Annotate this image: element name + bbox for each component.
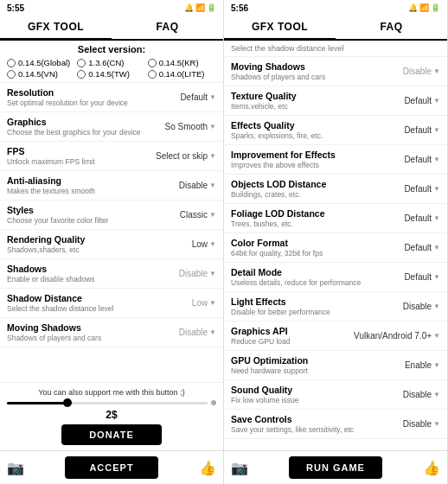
- run-game-button[interactable]: RUN GAME: [289, 456, 382, 479]
- right-setting-left-9: Graphics API Reduce GPU load: [231, 326, 354, 346]
- right-setting-item-0[interactable]: Moving Shadows Shadows of players and ca…: [224, 57, 447, 86]
- radio-global[interactable]: [7, 59, 16, 67]
- version-option-2[interactable]: 0.14.5(KR): [148, 58, 216, 67]
- radio-lite[interactable]: [148, 70, 157, 79]
- right-setting-name-5: Foliage LOD Distance: [231, 208, 400, 219]
- right-tab-bar: GFX TOOL FAQ: [224, 16, 447, 41]
- thumbsup-icon-right[interactable]: 👍: [423, 460, 440, 476]
- right-setting-left-12: Save Controls Save your settings, like s…: [231, 414, 403, 434]
- setting-left-0: Resolution Set optimal resolution for yo…: [7, 87, 180, 107]
- setting-value-0: Default ▼: [180, 92, 216, 102]
- left-setting-item-4[interactable]: Styles Choose your favorite color filter…: [0, 201, 223, 230]
- radio-vn[interactable]: [7, 70, 16, 79]
- setting-desc-6: Enable or disable shadows: [7, 275, 176, 283]
- slider-track[interactable]: [7, 402, 208, 404]
- right-setting-desc-6: 64bit for quality, 32bit for fps: [231, 249, 400, 258]
- slider-container: [7, 400, 216, 405]
- right-tab-faq[interactable]: FAQ: [336, 16, 447, 39]
- right-chevron-icon-0: ▼: [433, 67, 440, 75]
- right-setting-item-10[interactable]: GPU Optimization Need hardware support E…: [224, 351, 447, 380]
- right-chevron-icon-2: ▼: [433, 126, 440, 134]
- left-status-bar: 5:55 🔔 📶 🔋: [0, 0, 223, 16]
- right-setting-item-6[interactable]: Color Format 64bit for quality, 32bit fo…: [224, 233, 447, 263]
- right-setting-item-5[interactable]: Foliage LOD Distance Trees, bushes, etc.…: [224, 204, 447, 233]
- right-setting-name-9: Graphics API: [231, 326, 350, 336]
- instagram-icon-right[interactable]: 📷: [231, 460, 248, 476]
- right-chevron-icon-6: ▼: [433, 244, 440, 252]
- left-settings-list: Resolution Set optimal resolution for yo…: [0, 83, 223, 382]
- right-setting-desc-1: Items,vehicle, etc: [231, 102, 400, 111]
- version-option-0[interactable]: 0.14.5(Global): [7, 58, 75, 67]
- right-tab-gfx[interactable]: GFX TOOL: [224, 16, 336, 41]
- right-setting-desc-3: Improves the above effects: [231, 161, 400, 169]
- right-setting-desc-7: Useless details, reduce for performance: [231, 278, 400, 287]
- donate-button[interactable]: DONATE: [61, 424, 162, 445]
- chevron-icon-0: ▼: [209, 93, 216, 101]
- right-setting-item-12[interactable]: Save Controls Save your settings, like s…: [224, 410, 447, 439]
- right-setting-left-2: Effects Quality Sparks, explosions, fire…: [231, 120, 404, 140]
- right-chevron-icon-4: ▼: [433, 185, 440, 193]
- right-setting-value-11: Disable ▼: [403, 390, 440, 399]
- thumbsup-icon-left[interactable]: 👍: [199, 460, 216, 476]
- version-label-0: 0.14.5(Global): [18, 58, 70, 67]
- chevron-icon-4: ▼: [209, 211, 216, 219]
- setting-left-4: Styles Choose your favorite color filter: [7, 205, 180, 225]
- setting-desc-3: Makes the textures smooth: [7, 187, 176, 195]
- right-setting-item-1[interactable]: Texture Quality Items,vehicle, etc Defau…: [224, 86, 447, 116]
- version-grid: 0.14.5(Global) 1.3.6(CN) 0.14.5(KR) 0.14…: [7, 58, 216, 79]
- right-setting-value-9: Vulkan/Android 7.0+ ▼: [354, 331, 440, 341]
- right-setting-item-3[interactable]: Improvement for Effects Improves the abo…: [224, 145, 447, 175]
- setting-desc-2: Unlock maximum FPS limit: [7, 157, 152, 166]
- left-setting-item-0[interactable]: Resolution Set optimal resolution for yo…: [0, 83, 223, 112]
- version-option-5[interactable]: 0.14.0(LITE): [148, 69, 216, 79]
- right-chevron-icon-11: ▼: [433, 391, 440, 398]
- right-setting-desc-10: Need hardware support: [231, 366, 401, 375]
- left-tab-faq[interactable]: FAQ: [112, 16, 223, 39]
- right-setting-item-8[interactable]: Light Effects Disable for better perform…: [224, 292, 447, 322]
- right-chevron-icon-12: ▼: [433, 420, 440, 428]
- right-setting-value-7: Default ▼: [404, 272, 440, 282]
- left-setting-item-3[interactable]: Anti-aliasing Makes the textures smooth …: [0, 171, 223, 201]
- right-setting-item-11[interactable]: Sound Quality Fix low volume issue Disab…: [224, 380, 447, 410]
- version-option-4[interactable]: 0.14.5(TW): [77, 69, 145, 79]
- right-setting-item-4[interactable]: Objects LOD Distance Buildings, crates, …: [224, 175, 447, 204]
- right-setting-left-0: Moving Shadows Shadows of players and ca…: [231, 61, 403, 81]
- accept-button[interactable]: ACCEPT: [65, 456, 157, 479]
- version-option-3[interactable]: 0.14.5(VN): [7, 69, 75, 79]
- right-setting-item-9[interactable]: Graphics API Reduce GPU load Vulkan/Andr…: [224, 322, 447, 351]
- instagram-icon-left[interactable]: 📷: [7, 460, 24, 476]
- left-setting-item-6[interactable]: Shadows Enable or disable shadows Disabl…: [0, 259, 223, 289]
- donate-text: You can also support me with this button…: [38, 388, 184, 397]
- left-setting-item-1[interactable]: Graphics Choose the best graphics for yo…: [0, 112, 223, 142]
- right-chevron-icon-3: ▼: [433, 156, 440, 163]
- right-setting-desc-4: Buildings, crates, etc.: [231, 190, 400, 199]
- left-setting-item-5[interactable]: Rendering Quality Shadows,shaders, etc L…: [0, 230, 223, 259]
- right-setting-name-10: GPU Optimization: [231, 355, 401, 366]
- left-setting-item-2[interactable]: FPS Unlock maximum FPS limit Select or s…: [0, 142, 223, 171]
- radio-tw[interactable]: [77, 70, 86, 79]
- radio-kr[interactable]: [148, 59, 157, 67]
- chevron-icon-2: ▼: [209, 152, 216, 160]
- right-setting-value-1: Default ▼: [404, 96, 440, 105]
- right-setting-item-2[interactable]: Effects Quality Sparks, explosions, fire…: [224, 116, 447, 145]
- left-status-icons: 🔔 📶 🔋: [184, 3, 216, 12]
- setting-name-0: Resolution: [7, 87, 176, 98]
- left-setting-item-8[interactable]: Moving Shadows Shadows of players and ca…: [0, 318, 223, 347]
- right-setting-left-3: Improvement for Effects Improves the abo…: [231, 150, 404, 169]
- setting-value-2: Select or skip ▼: [156, 151, 216, 161]
- radio-cn[interactable]: [77, 59, 86, 67]
- setting-desc-4: Choose your favorite color filter: [7, 216, 176, 225]
- donate-section: You can also support me with this button…: [0, 382, 223, 450]
- slider-thumb[interactable]: [63, 398, 72, 407]
- version-option-1[interactable]: 1.3.6(CN): [77, 58, 145, 67]
- right-setting-value-4: Default ▼: [404, 184, 440, 194]
- setting-value-7: Low ▼: [192, 298, 216, 308]
- setting-left-6: Shadows Enable or disable shadows: [7, 264, 179, 283]
- right-setting-item-7[interactable]: Detail Mode Useless details, reduce for …: [224, 263, 447, 292]
- right-status-bar: 5:56 🔔 📶 🔋: [224, 0, 447, 16]
- right-setting-name-11: Sound Quality: [231, 385, 400, 395]
- right-setting-name-4: Objects LOD Distance: [231, 179, 400, 189]
- left-tab-gfx[interactable]: GFX TOOL: [0, 16, 112, 41]
- left-tab-bar: GFX TOOL FAQ: [0, 16, 223, 41]
- left-setting-item-7[interactable]: Shadow Distance Select the shadow distan…: [0, 289, 223, 318]
